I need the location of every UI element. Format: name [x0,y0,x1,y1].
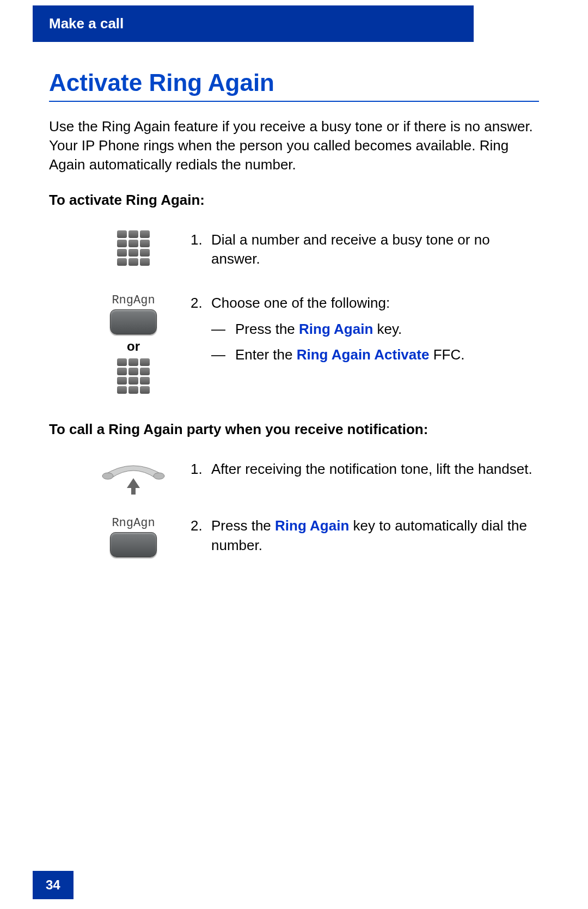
s2-step1-body: After receiving the notification tone, l… [211,460,539,479]
step1-text: 1. Dial a number and receive a busy tone… [185,230,539,272]
s2-step2-text: 2. Press the Ring Again key to automatic… [185,516,539,558]
page-title: Activate Ring Again [49,69,539,102]
step1-body: Dial a number and receive a busy tone or… [211,230,539,269]
bullet1-text: Press the Ring Again key. [235,320,539,339]
page-number-badge: 34 [33,871,74,899]
section2-step1-row: 1. After receiving the notification tone… [49,460,539,495]
s2-step1-text: 1. After receiving the notification tone… [185,460,539,482]
ring-again-key: Ring Again [299,321,373,337]
ring-again-key: Ring Again [275,517,349,534]
step1-num: 1. [191,230,211,269]
section1-step1-row: 1. Dial a number and receive a busy tone… [49,230,539,272]
bullet-dash: — [211,345,235,364]
handset-lift-icon [98,460,169,495]
keypad-icon [117,358,150,394]
step2-num: 2. [191,294,211,313]
softkey-button-icon [110,532,157,557]
step2-icon-col: RngAgn or [49,294,185,394]
step1-icon-col [49,230,185,266]
svg-point-0 [102,473,113,479]
bullet2-text: Enter the Ring Again Activate FFC. [235,345,539,364]
step2-text: 2. Choose one of the following: — Press … [185,294,539,364]
intro-paragraph: Use the Ring Again feature if you receiv… [49,117,539,174]
svg-point-1 [154,473,164,479]
header-title: Make a call [49,15,124,32]
s2-step1-num: 1. [191,460,211,479]
keypad-icon [117,230,150,266]
page-number: 34 [46,877,60,892]
s2-step2-body: Press the Ring Again key to automaticall… [211,516,539,554]
handset-icon-col [49,460,185,495]
or-label: or [127,339,140,354]
s2-step2-icon-col: RngAgn [49,516,185,557]
handset-svg-icon [98,460,169,480]
section1-heading: To activate Ring Again: [49,192,539,209]
softkey-label: RngAgn [112,294,155,307]
document-page: Make a call Activate Ring Again Use the … [0,5,588,909]
bullet-dash: — [211,320,235,339]
section1-step2-row: RngAgn or 2. Choose one of the following… [49,294,539,394]
up-arrow-icon [127,478,140,488]
softkey-button-icon [110,309,157,334]
section2-step2-row: RngAgn 2. Press the Ring Again key to au… [49,516,539,558]
section2-heading: To call a Ring Again party when you rece… [49,421,539,438]
softkey-label: RngAgn [112,516,155,530]
header-bar: Make a call [33,5,474,42]
step2-lead: Choose one of the following: [211,294,539,313]
ring-again-activate-key: Ring Again Activate [297,346,430,363]
s2-step2-num: 2. [191,516,211,554]
